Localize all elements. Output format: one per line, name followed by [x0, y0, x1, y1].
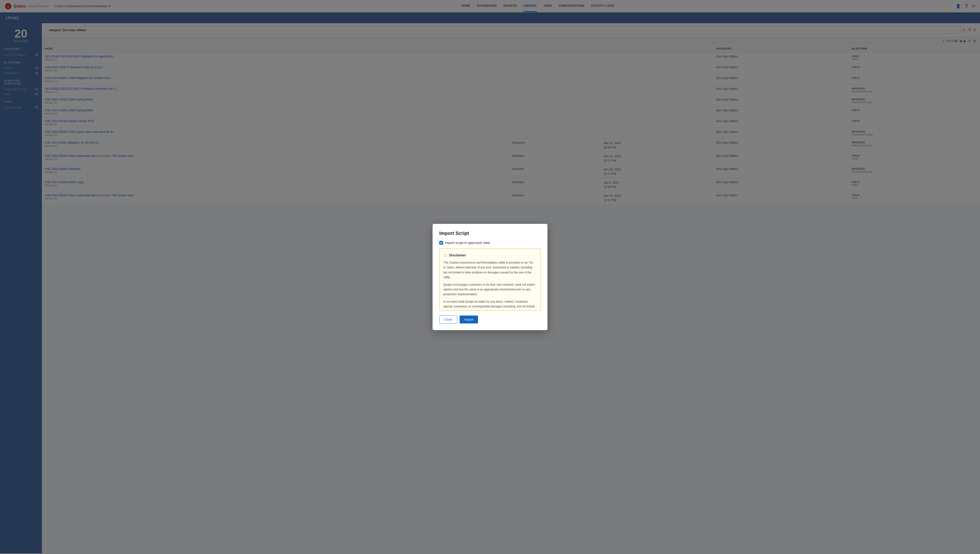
approved-state-checkbox[interactable] — [439, 241, 443, 245]
disclaimer-title: Disclaimer — [449, 253, 466, 257]
disclaimer-box: ⚠ Disclaimer The Custom Assessment and R… — [439, 249, 541, 311]
disclaimer-paragraph: In no event shall Qualys be liable for a… — [443, 299, 537, 311]
disclaimer-paragraph: Qualys encourages customers to do their … — [443, 282, 537, 297]
modal-overlay: Import Script Import script in approved … — [0, 0, 980, 553]
disclaimer-header: ⚠ Disclaimer — [443, 252, 537, 258]
import-button[interactable]: Import — [460, 316, 478, 323]
warning-triangle-icon: ⚠ — [443, 252, 447, 258]
disclaimer-paragraph: The Custom Assessment and Remediation ut… — [443, 260, 537, 280]
modal-actions: Close Import — [439, 316, 541, 323]
disclaimer-text: The Custom Assessment and Remediation ut… — [443, 260, 537, 311]
modal-title: Import Script — [439, 231, 541, 236]
approved-state-row: Import script in approved state — [439, 241, 541, 245]
approved-state-label: Import script in approved state — [445, 241, 490, 245]
import-script-modal: Import Script Import script in approved … — [433, 224, 547, 330]
close-button[interactable]: Close — [439, 316, 457, 323]
